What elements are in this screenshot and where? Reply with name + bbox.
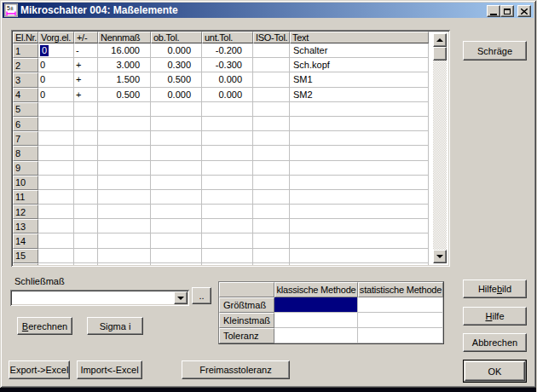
row-number-cell[interactable]: 10 [13,176,38,190]
table-cell[interactable] [253,58,290,72]
row-number-cell[interactable]: 16 [13,263,38,265]
table-cell[interactable] [253,131,290,146]
table-cell[interactable] [290,190,429,205]
table-cell[interactable] [38,176,74,190]
row-number-cell[interactable]: 5 [13,102,38,117]
sigma-button[interactable]: Sigma i [87,317,143,335]
table-cell[interactable] [202,161,253,176]
table-cell[interactable]: SM2 [290,88,429,102]
table-cell[interactable]: Schalter [290,43,429,58]
table-cell[interactable]: 1.500 [98,72,151,87]
table-cell[interactable] [98,205,151,219]
table-cell[interactable] [98,263,151,265]
table-cell[interactable]: 0.300 [151,58,202,72]
import-excel-button[interactable]: Import<-Excel [77,360,142,379]
table-cell[interactable] [290,205,429,219]
table-cell[interactable] [202,263,253,265]
row-number-cell[interactable]: 4 [13,88,38,102]
maximize-button[interactable] [500,5,514,17]
method-cell[interactable] [358,297,443,313]
table-cell[interactable]: 0 [38,88,74,102]
row-number-cell[interactable]: 6 [13,117,38,131]
table-cell[interactable]: Sch.kopf [290,58,429,72]
table-cell[interactable] [98,102,151,117]
table-cell[interactable] [98,249,151,263]
table-cell[interactable] [98,161,151,176]
table-cell[interactable]: 0 [38,43,74,58]
table-cell[interactable] [74,146,98,160]
table-cell[interactable] [38,205,74,219]
row-number-cell[interactable]: 9 [13,161,38,176]
more-button[interactable]: .. [192,287,211,304]
table-cell[interactable] [290,146,429,160]
table-cell[interactable]: 3.000 [98,58,151,72]
freimasstoleranz-button[interactable]: Freimasstoleranz [182,360,290,379]
scroll-thumb[interactable] [433,47,447,61]
table-cell[interactable] [290,131,429,146]
table-cell[interactable]: - [74,43,98,58]
table-cell[interactable] [202,102,253,117]
table-cell[interactable] [98,190,151,205]
row-number-cell[interactable]: 14 [13,233,38,248]
table-cell[interactable] [74,205,98,219]
table-cell[interactable] [202,249,253,263]
table-cell[interactable] [38,146,74,160]
row-number-cell[interactable]: 1 [13,43,38,58]
table-cell[interactable]: 0.000 [151,88,202,102]
table-cell[interactable] [151,131,202,146]
table-cell[interactable] [74,249,98,263]
table-cell[interactable] [98,131,151,146]
table-cell[interactable] [38,161,74,176]
table-cell[interactable] [151,263,202,265]
table-cell[interactable] [202,117,253,131]
table-cell[interactable] [290,249,429,263]
export-excel-button[interactable]: Export->Excel [9,360,70,379]
table-cell[interactable] [74,233,98,248]
table-cell[interactable] [253,249,290,263]
table-cell[interactable] [151,205,202,219]
table-cell[interactable] [151,117,202,131]
row-number-cell[interactable]: 15 [13,249,38,263]
table-cell[interactable] [98,176,151,190]
method-cell[interactable] [274,313,358,328]
table-cell[interactable] [290,102,429,117]
table-cell[interactable] [38,219,74,233]
table-cell[interactable] [38,263,74,265]
table-cell[interactable] [98,146,151,160]
table-cell[interactable]: 0.000 [151,43,202,58]
table-cell[interactable] [290,219,429,233]
method-cell[interactable] [274,328,358,343]
table-cell[interactable] [98,117,151,131]
table-cell[interactable] [202,219,253,233]
table-cell[interactable] [98,219,151,233]
row-number-cell[interactable]: 2 [13,58,38,72]
table-cell[interactable] [74,219,98,233]
table-cell[interactable] [202,205,253,219]
row-number-cell[interactable]: 7 [13,131,38,146]
table-cell[interactable] [202,233,253,248]
table-cell[interactable] [253,102,290,117]
schliessmass-combobox[interactable] [10,290,189,306]
table-cell[interactable] [253,176,290,190]
table-cell[interactable] [290,176,429,190]
scroll-up-button[interactable] [433,33,447,47]
close-button[interactable] [517,5,531,17]
table-cell[interactable] [151,102,202,117]
combo-dropdown-button[interactable] [174,291,188,304]
method-cell[interactable] [274,297,358,313]
table-cell[interactable] [202,131,253,146]
table-cell[interactable]: + [74,58,98,72]
berechnen-button[interactable]: Berechnen [17,317,72,335]
row-number-cell[interactable]: 3 [13,72,38,87]
row-number-cell[interactable]: 11 [13,190,38,205]
table-cell[interactable] [38,102,74,117]
table-cell[interactable] [253,88,290,102]
table-cell[interactable] [74,161,98,176]
table-cell[interactable] [290,117,429,131]
table-cell[interactable]: -0.300 [202,58,253,72]
schraege-button[interactable]: Schräge [463,41,527,61]
table-cell[interactable]: 0.500 [151,72,202,87]
table-cell[interactable] [74,131,98,146]
table-cell[interactable] [38,131,74,146]
table-cell[interactable] [74,117,98,131]
